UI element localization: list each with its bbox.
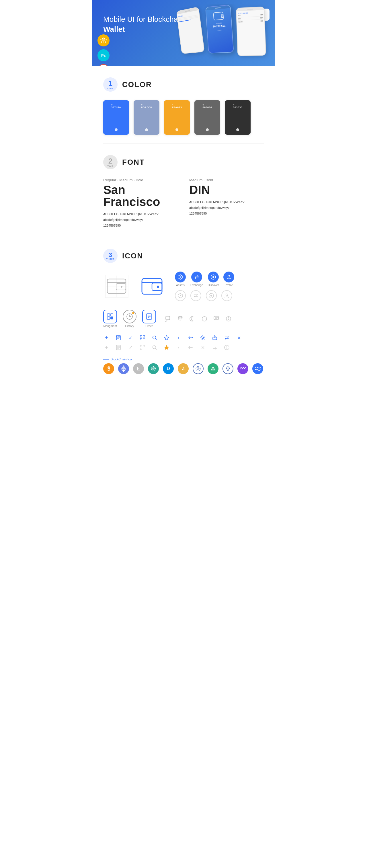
svg-point-40	[228, 317, 229, 318]
discover-outline-item	[206, 290, 217, 301]
assets-icon-item: Assets	[175, 272, 186, 287]
matic-svg	[240, 367, 246, 371]
settings-svg	[200, 335, 205, 341]
svg-point-11	[157, 286, 159, 288]
search-gray-svg	[152, 345, 158, 350]
star-icon	[163, 335, 170, 341]
neo-icon	[148, 363, 159, 374]
hero-badges: Ps 60+ Screens	[97, 34, 110, 66]
management-label: Mangment	[103, 324, 117, 328]
font-section: 2 TWO FONT Regular · Medium · Bold San F…	[92, 144, 275, 237]
info-gray-svg	[224, 345, 230, 350]
color-swatches: #3574FA #8DA0C8 #F5A623 #666666 #303030	[103, 100, 264, 135]
speech-icon	[213, 315, 220, 322]
color-number-word: ONE	[108, 87, 113, 90]
swatch-gray-blue: #8DA0C8	[134, 100, 160, 135]
screens-badge: 60+ Screens	[97, 64, 110, 66]
profile-svg	[226, 274, 232, 280]
litecoin-icon: Ł	[133, 363, 144, 374]
utility-icons: + ✓ ‹	[103, 335, 264, 351]
swatch-blue-label: #3574FA	[111, 103, 121, 109]
order-label: Order	[145, 324, 153, 328]
svg-marker-82	[226, 366, 230, 371]
history-icon-item: History	[123, 310, 137, 328]
phone-mockup-2: myWallet $6,297,502 Sign up	[205, 5, 234, 54]
svg-rect-26	[110, 317, 113, 319]
grid-svg	[195, 366, 201, 372]
font-din-nums: 1234567890	[189, 211, 264, 217]
moon-icon	[189, 315, 196, 322]
speech-svg	[213, 316, 220, 322]
search-svg	[152, 335, 158, 341]
svg-marker-56	[164, 336, 169, 340]
dash-symbol: D	[167, 366, 170, 371]
blockchain-icons-row: ₿ Ł D Z	[103, 363, 264, 374]
hero-section: Mobile UI for Blockchain Wallet UI Kit P…	[92, 0, 275, 66]
bitcoin-symbol: ₿	[108, 366, 110, 372]
blue-curve-svg	[255, 366, 261, 371]
ps-badge: Ps	[97, 49, 110, 61]
history-label: History	[125, 324, 134, 328]
font-grid: Regular · Medium · Bold San Francisco AB…	[103, 178, 264, 228]
sketch-badge	[97, 34, 110, 46]
svg-rect-23	[107, 314, 110, 316]
swatch-dark-label: #303030	[233, 103, 242, 109]
icon-number-word: THREE	[106, 258, 115, 260]
assets-outline-svg	[177, 293, 183, 299]
zcash-icon: Z	[178, 363, 189, 374]
font-number-word: TWO	[107, 165, 114, 167]
waves-icon	[207, 363, 219, 374]
color-number-digit: 1	[108, 80, 112, 87]
svg-point-33	[178, 316, 182, 318]
chevron-left-icon: ‹	[175, 335, 182, 341]
svg-point-72	[227, 346, 227, 347]
svg-point-21	[210, 295, 212, 297]
check-icon: ✓	[127, 335, 134, 341]
crystal-icon	[223, 363, 233, 374]
exchange-outline-icon	[190, 290, 201, 301]
svg-point-7	[121, 286, 122, 288]
ps-label: Ps	[101, 53, 106, 58]
list-gray-svg	[116, 345, 121, 350]
wallet-filled-svg	[139, 273, 166, 300]
font-din-upper: ABCDEFGHIJKLMNOPQRSTUVWXYZ	[189, 199, 264, 205]
font-number-digit: 2	[108, 157, 112, 165]
qr-icon	[139, 335, 146, 341]
star-svg	[164, 335, 169, 341]
icon-section-number: 3 THREE	[103, 249, 117, 263]
discover-outline-svg	[208, 293, 214, 299]
share-icon	[188, 335, 194, 341]
swatch-gray: #666666	[194, 100, 220, 135]
history-svg	[125, 313, 134, 320]
profile-icon-item: Profile	[223, 272, 234, 287]
icon-section-header: 3 THREE ICON	[103, 249, 264, 263]
app-icons-row: Mangment History Order	[103, 310, 264, 328]
dash-icon: D	[163, 363, 174, 374]
layers-icon	[177, 315, 184, 322]
svg-rect-24	[107, 317, 110, 319]
search-gray-icon	[151, 344, 158, 351]
profile-outline-svg	[224, 293, 230, 299]
font-sf-upper: ABCDEFGHIJKLMNOPQRSTUVWXYZ	[103, 211, 178, 217]
svg-marker-69	[164, 345, 169, 350]
swatch-dark: #303030	[225, 100, 251, 135]
assets-outline-item	[175, 290, 186, 301]
assets-icon	[175, 272, 186, 282]
swatch-gray-label: #666666	[202, 103, 212, 109]
swatch-gray-dot	[206, 128, 209, 131]
swatch-blue: #3574FA	[103, 100, 129, 135]
circle-icons-bottom	[175, 290, 234, 301]
share-gray-svg	[188, 345, 194, 350]
order-icon-item: Order	[142, 310, 156, 328]
svg-point-19	[180, 295, 181, 296]
order-icon	[142, 310, 156, 323]
management-icon	[103, 310, 117, 323]
svg-rect-50	[144, 336, 144, 337]
waves-svg	[210, 366, 216, 372]
svg-point-17	[228, 275, 230, 277]
plus-icon: +	[103, 335, 110, 341]
sketch-icon	[100, 37, 107, 43]
swatch-grayblue-dot	[145, 128, 148, 131]
profile-outline-icon	[221, 290, 232, 301]
font-din: Medium · Bold DIN ABCDEFGHIJKLMNOPQRSTUV…	[189, 178, 264, 228]
